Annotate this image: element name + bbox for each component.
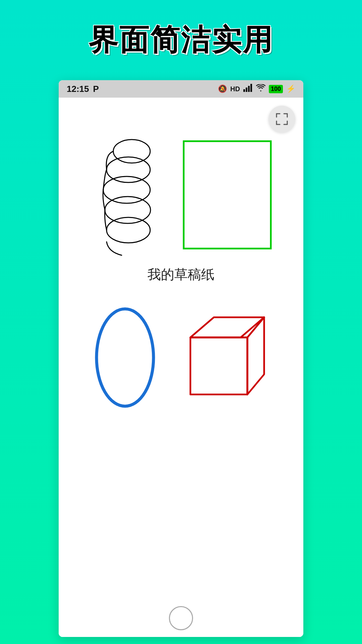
phone-frame: 12:15 P 🔕 HD: [59, 80, 303, 637]
svg-rect-0: [243, 89, 245, 92]
svg-rect-9: [184, 141, 271, 249]
spiral-drawing: [88, 131, 162, 259]
p-icon: P: [93, 84, 99, 94]
svg-marker-12: [190, 317, 264, 337]
wifi-icon: [256, 84, 265, 94]
green-rectangle-drawing: [180, 138, 274, 252]
svg-point-7: [105, 197, 150, 223]
home-circle: [169, 606, 193, 630]
blue-oval-drawing: [92, 304, 159, 411]
page-title: 界面简洁实用: [88, 20, 274, 60]
svg-rect-1: [246, 88, 247, 92]
flash-icon: ⚡: [286, 85, 295, 93]
svg-rect-3: [250, 84, 252, 92]
svg-point-10: [97, 309, 154, 406]
hd-label: HD: [230, 85, 240, 93]
battery-badge: 100: [269, 85, 283, 93]
svg-point-8: [107, 217, 150, 243]
home-indicator: [59, 596, 303, 637]
svg-rect-11: [190, 337, 247, 394]
status-bar: 12:15 P 🔕 HD: [59, 80, 303, 98]
bell-icon: 🔕: [218, 85, 227, 93]
drawing-label: 我的草稿纸: [147, 265, 215, 284]
signal-icon: [243, 84, 253, 94]
svg-line-16: [247, 317, 264, 337]
fullscreen-button[interactable]: [268, 106, 295, 132]
svg-point-6: [103, 176, 150, 203]
status-time: 12:15: [67, 84, 89, 94]
svg-point-4: [113, 140, 150, 163]
red-cube-drawing: [184, 311, 271, 405]
svg-rect-2: [248, 86, 250, 92]
drawings-bottom-row: [59, 304, 303, 411]
drawings-top-row: [59, 118, 303, 259]
canvas-area: 我的草稿纸: [59, 98, 303, 637]
